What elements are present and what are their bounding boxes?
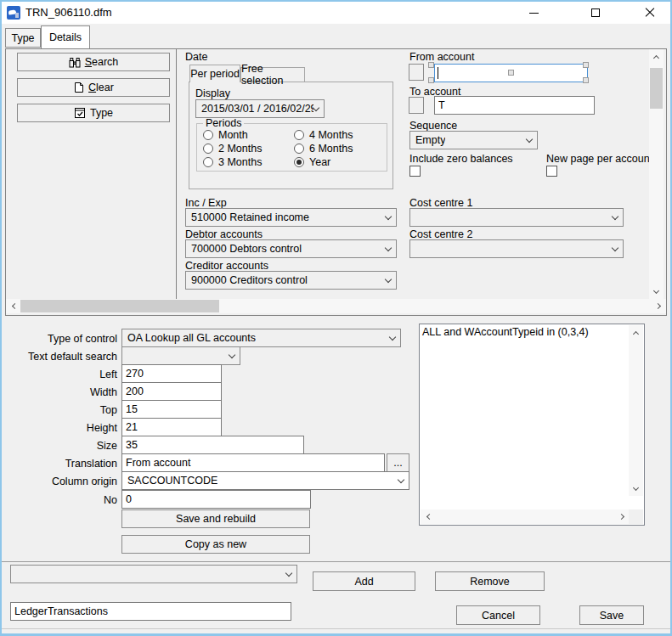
scrollbar-corner [629,509,643,524]
date-label: Date [185,51,207,63]
minimize-button[interactable] [515,2,553,24]
memo-horizontal-scrollbar[interactable] [421,509,630,524]
horizontal-scrollbar[interactable] [6,299,666,313]
type-button[interactable]: Type [17,104,170,122]
selection-handle[interactable] [428,62,434,68]
scroll-up-button[interactable] [629,325,643,340]
height-input[interactable] [121,418,222,436]
tab-details[interactable]: Details [41,25,90,48]
text-default-search-label: Text default search [2,351,117,363]
scrollbar-track[interactable] [20,299,652,313]
chevron-down-icon [389,333,396,340]
display-dropdown[interactable]: 2015/03/01 / 2016/02/29 [195,99,325,118]
type-of-control-label: Type of control [2,333,117,345]
checkbox-icon [74,107,86,119]
vertical-scrollbar[interactable] [649,49,664,299]
tab-free-selection[interactable]: Free selection [240,67,305,82]
save-button[interactable]: Save [579,605,644,625]
size-input[interactable] [121,436,304,454]
width-input[interactable] [121,382,222,401]
scrollbar-track[interactable] [629,340,643,481]
scrollbar-track[interactable] [435,509,615,524]
name-input[interactable] [10,602,291,621]
add-button[interactable]: Add [313,571,415,591]
column-origin-dropdown[interactable]: SACCOUNTCODE [121,471,409,490]
scrollbar-track[interactable] [649,64,664,284]
cost-centre-2-dropdown[interactable] [409,239,624,258]
from-account-label: From account [409,51,474,63]
to-account-input[interactable] [434,96,595,115]
minimize-icon [529,13,539,14]
scroll-up-button[interactable] [649,49,664,64]
selection-handle[interactable] [583,77,589,83]
include-zero-balances-checkbox[interactable] [409,166,421,177]
scrollbar-thumb[interactable] [20,300,219,312]
scroll-left-button[interactable] [421,509,435,524]
radio-year[interactable]: Year [294,156,330,168]
inc-exp-dropdown-value: 510000 Retained income [191,211,309,223]
radio-circle [294,130,304,140]
cancel-button[interactable]: Cancel [456,605,540,625]
radio-6-months[interactable]: 6 Months [294,143,353,155]
sequence-dropdown-value: Empty [415,134,445,146]
clear-button[interactable]: Clear [17,78,170,97]
title-bar: TRN_906110.dfm [2,2,670,24]
search-button[interactable]: Search [17,53,170,71]
app-icon [7,6,20,20]
inc-exp-dropdown[interactable]: 510000 Retained income [185,208,397,227]
tab-type-label: Type [11,32,34,44]
radio-4-months[interactable]: 4 Months [294,129,353,141]
top-input[interactable] [121,400,222,419]
selection-handle[interactable] [508,70,514,76]
scroll-down-button[interactable] [649,284,664,299]
app-window: TRN_906110.dfm Type Details Search Clear… [0,0,672,636]
maximize-icon [591,8,600,17]
chevron-down-icon [653,287,659,293]
footer-separator [2,561,670,562]
maximize-button[interactable] [576,2,614,24]
new-page-per-account-checkbox[interactable] [546,166,557,177]
close-icon [645,8,655,18]
remove-button[interactable]: Remove [435,571,545,591]
no-input[interactable] [121,490,311,509]
scroll-right-button[interactable] [615,509,630,524]
translation-input[interactable] [121,453,385,472]
cost-centre-1-dropdown[interactable] [409,208,624,227]
size-label: Size [2,440,117,452]
document-icon [73,82,84,93]
scrollbar-thumb[interactable] [650,68,663,109]
window-title: TRN_906110.dfm [25,2,112,24]
copy-as-new-button[interactable]: Copy as new [121,535,310,554]
radio-2-months[interactable]: 2 Months [203,143,262,155]
radio-circle [203,130,213,140]
footer-dropdown[interactable] [10,565,297,583]
debtor-accounts-dropdown[interactable]: 700000 Debtors control [185,239,397,258]
display-dropdown-value: 2015/03/01 / 2016/02/29 [201,103,313,115]
selection-handle[interactable] [428,77,434,83]
memo-vertical-scrollbar[interactable] [629,325,643,496]
type-of-control-dropdown[interactable]: OA Lookup all GL accounts [121,329,401,347]
column-origin-label: Column origin [2,476,117,487]
translation-browse-button[interactable]: ... [387,453,409,472]
text-default-search-dropdown[interactable] [121,346,240,365]
left-input[interactable] [121,364,222,383]
cost-centre-1-label: Cost centre 1 [409,197,472,209]
save-and-rebuild-button[interactable]: Save and rebuild [121,509,310,528]
inc-exp-label: Inc / Exp [185,197,227,209]
tab-per-period[interactable]: Per period [189,65,240,82]
scroll-left-button[interactable] [6,299,20,313]
close-button[interactable] [630,2,669,24]
chevron-down-icon [526,135,533,142]
radio-3-months[interactable]: 3 Months [203,156,262,168]
selection-handle[interactable] [583,62,589,68]
creditor-accounts-dropdown[interactable]: 900000 Creditors control [185,271,397,290]
tab-per-period-label: Per period [190,68,240,80]
from-account-lookup-button[interactable] [409,64,424,81]
sequence-dropdown[interactable]: Empty [409,131,538,149]
radio-month[interactable]: Month [203,129,248,141]
filter-memo[interactable]: ALL and WAccountTypeid in (0,3,4) [419,324,645,526]
tab-type[interactable]: Type [5,28,41,48]
to-account-lookup-button[interactable] [409,97,424,114]
scroll-down-button[interactable] [629,481,643,496]
scroll-right-button[interactable] [652,299,666,313]
